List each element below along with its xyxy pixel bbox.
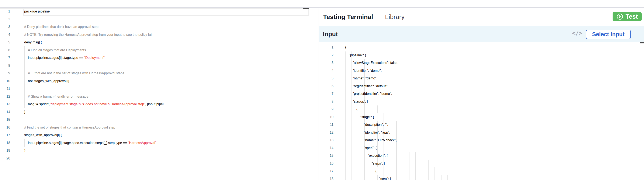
code-line: 11	[0, 85, 308, 93]
code-text: "stage": {	[334, 113, 374, 121]
code-text: }	[10, 108, 25, 116]
line-number: 16	[319, 160, 334, 168]
code-line: 8	[0, 62, 308, 70]
line-number: 6	[0, 46, 10, 54]
tabs-row: Testing Terminal Library Test	[319, 8, 644, 26]
line-number: 4	[0, 31, 10, 39]
code-text: "execution": {	[334, 152, 388, 160]
line-number: 17	[0, 131, 10, 139]
code-line: 7 input.pipeline.stages[i].stage.type ==…	[0, 54, 308, 62]
code-line: 6 "orgIdentifier": "default",	[319, 82, 644, 90]
code-line: 15 "execution": {	[319, 152, 644, 160]
code-line: 16# Find the set of stages that contain …	[0, 124, 308, 131]
code-text: # Find the set of stages that contain a …	[10, 124, 115, 131]
left-editor-scrollbar-track	[0, 8, 308, 9]
line-number: 10	[0, 77, 10, 85]
code-text: }	[10, 147, 25, 155]
code-text: # Deny pipelines that don't have an appr…	[10, 23, 98, 31]
policy-editor-panel: 1package pipeline23# Deny pipelines that…	[0, 8, 318, 180]
code-text: input.pipeline.stages[i].stage.spec.exec…	[10, 139, 156, 147]
line-number: 18	[319, 175, 334, 180]
test-button[interactable]: Test	[612, 12, 642, 21]
tab-library[interactable]: Library	[385, 8, 404, 26]
code-line: 5deny[msg] {	[0, 39, 308, 46]
code-text: "name": "demo",	[334, 75, 378, 82]
code-text: stages_with_approval[i] {	[10, 131, 62, 139]
code-line: 13 "name": "OPA check",	[319, 136, 644, 144]
line-number: 15	[0, 116, 10, 124]
line-number: 11	[319, 121, 334, 129]
code-text: "name": "OPA check",	[334, 136, 397, 144]
line-number: 11	[0, 85, 10, 93]
line-number: 8	[0, 62, 10, 70]
left-editor-scrollbar-thumb[interactable]	[303, 8, 309, 9]
code-line: 2	[0, 15, 308, 23]
line-number: 9	[0, 70, 10, 77]
line-number: 7	[319, 90, 334, 98]
code-line: 12 # Show a human-friendly error message	[0, 93, 308, 100]
line-number: 18	[0, 139, 10, 147]
code-line: 10 not stages_with_approval[i]	[0, 77, 308, 85]
code-line: 16 "steps": [	[319, 160, 644, 168]
code-text: input.pipeline.stages[i].stage.type == "…	[10, 54, 105, 62]
policy-code-editor[interactable]: 1package pipeline23# Deny pipelines that…	[0, 8, 308, 180]
line-number: 16	[0, 124, 10, 131]
code-text: # Show a human-friendly error message	[10, 93, 88, 100]
line-number: 13	[0, 100, 10, 108]
line-number: 13	[319, 136, 334, 144]
code-line: 20	[0, 155, 308, 162]
code-text: # ... that are not in the set of stages …	[10, 70, 124, 77]
line-number: 5	[0, 39, 10, 46]
code-line: 14 "spec": {	[319, 144, 644, 152]
testing-terminal-panel: Testing Terminal Library Test Input </> …	[319, 8, 644, 180]
line-number: 10	[319, 113, 334, 121]
line-number: 2	[0, 15, 10, 23]
code-text: deny[msg] {	[10, 39, 42, 46]
code-text: "projectIdentifier": "demo",	[334, 90, 392, 98]
code-text: "identifier": "demo",	[334, 67, 382, 75]
code-line: 1{	[319, 44, 644, 51]
code-text: "description": "",	[334, 121, 388, 129]
code-line: 19}	[0, 147, 308, 155]
code-view-icon[interactable]: </>	[572, 30, 582, 37]
code-text	[10, 62, 24, 70]
code-line: 18 "step": {	[319, 175, 644, 180]
code-line: 10 "stage": {	[319, 113, 644, 121]
code-text	[10, 85, 24, 93]
line-number: 19	[0, 147, 10, 155]
code-line: 17stages_with_approval[i] {	[0, 131, 308, 139]
code-line: 4 "identifier": "demo",	[319, 67, 644, 75]
line-number: 4	[319, 67, 334, 75]
code-line: 8 "stages": [	[319, 98, 644, 106]
input-editor-scrollbar-thumb[interactable]	[640, 42, 644, 43]
code-text: "step": {	[334, 175, 391, 180]
line-number: 8	[319, 98, 334, 106]
line-number: 2	[319, 51, 334, 59]
line-number: 15	[319, 152, 334, 160]
input-json-editor[interactable]: 1{2 "pipeline": {3 "allowStageExecutions…	[319, 44, 644, 180]
code-line: 11 "description": "",	[319, 121, 644, 129]
code-text: "orgIdentifier": "default",	[334, 82, 388, 90]
select-input-button[interactable]: Select Input	[586, 30, 631, 39]
code-line: 9 {	[319, 105, 644, 113]
indent-guides	[24, 62, 24, 70]
code-text: {	[334, 44, 346, 51]
play-circle-icon	[616, 13, 624, 20]
test-button-label: Test	[626, 13, 638, 20]
code-text: "spec": {	[334, 144, 376, 152]
input-section-header: Input </> Select Input	[319, 26, 644, 42]
line-number: 14	[319, 144, 334, 152]
code-text	[10, 155, 24, 162]
code-text: "pipeline": {	[334, 51, 366, 59]
line-number: 3	[319, 59, 334, 67]
code-line: 3 "allowStageExecutions": false,	[319, 59, 644, 67]
code-line: 17 {	[319, 167, 644, 175]
code-line: 14}	[0, 108, 308, 116]
line-number: 12	[0, 93, 10, 100]
code-line: 18 input.pipeline.stages[i].stage.spec.e…	[0, 139, 308, 147]
code-text: msg := sprintf("deployment stage '%s' do…	[10, 100, 164, 108]
tab-testing-terminal[interactable]: Testing Terminal	[319, 8, 378, 27]
code-text: "allowStageExecutions": false,	[334, 59, 398, 67]
code-text: not stages_with_approval[i]	[10, 77, 69, 85]
policy-studio-screen: 1package pipeline23# Deny pipelines that…	[0, 0, 644, 180]
